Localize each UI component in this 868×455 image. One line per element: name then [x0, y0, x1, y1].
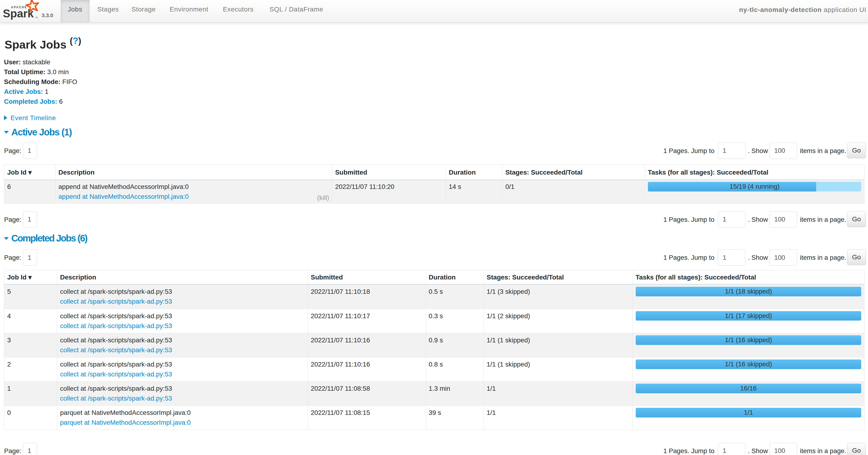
svg-text:Spark: Spark — [3, 7, 34, 20]
svg-text:TM: TM — [35, 17, 38, 18]
